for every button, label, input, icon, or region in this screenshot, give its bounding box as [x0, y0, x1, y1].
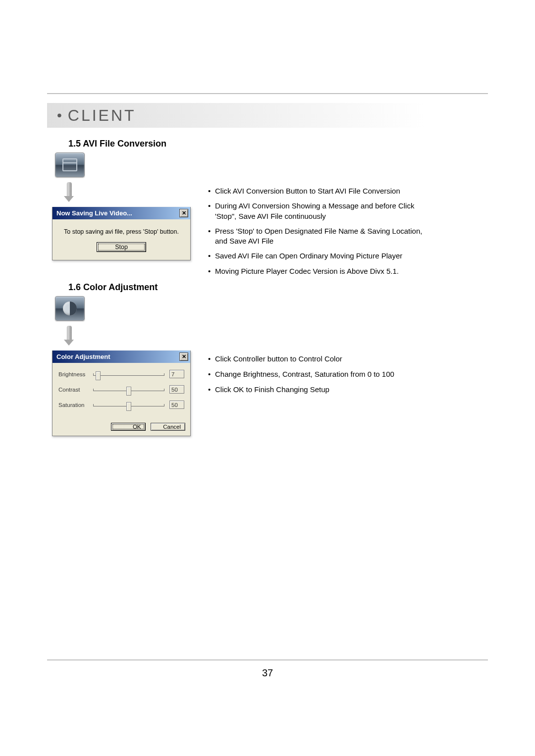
dialog-titlebar: Color Adjustment ✕: [53, 351, 190, 363]
list-item: •Moving Picture Player Codec Version is …: [208, 266, 436, 276]
dialog-title-text: Now Saving Live Video...: [56, 209, 132, 217]
dialog-title-text: Color Adjustment: [56, 353, 110, 360]
list-item: •During AVI Conversion Showing a Message…: [208, 201, 436, 221]
dialog-message: To stop saving avi file, press 'Stop' bu…: [58, 228, 184, 235]
color-controller-button[interactable]: [55, 296, 85, 321]
list-item: •Press 'Stop' to Open Designated File Na…: [208, 226, 436, 247]
dialog-footer: OK Cancel: [53, 419, 190, 436]
close-icon[interactable]: ✕: [179, 209, 188, 217]
saturation-value[interactable]: 50: [169, 401, 184, 409]
top-rule: [47, 93, 488, 94]
list-item: •Click Controller button to Control Colo…: [208, 353, 436, 364]
brightness-row: Brightness 7: [58, 370, 184, 378]
slider-thumb-icon[interactable]: [126, 402, 131, 411]
saturation-row: Saturation 50: [58, 401, 184, 409]
title-bullet: •: [57, 107, 63, 123]
brightness-value[interactable]: 7: [169, 370, 184, 378]
page-number: 37: [0, 667, 535, 679]
heading-avi-file-conversion: 1.5 AVI File Conversion: [68, 139, 166, 149]
ok-button[interactable]: OK: [111, 423, 146, 431]
contrast-icon: [63, 302, 77, 315]
cancel-button[interactable]: Cancel: [151, 423, 185, 431]
contrast-slider[interactable]: [93, 386, 164, 394]
brightness-label: Brightness: [58, 371, 93, 377]
contrast-value[interactable]: 50: [169, 385, 184, 394]
slider-thumb-icon[interactable]: [96, 371, 101, 380]
heading-color-adjustment: 1.6 Color Adjustment: [68, 282, 158, 293]
slider-thumb-icon[interactable]: [126, 387, 131, 396]
dialog-body: Brightness 7 Contrast 50 Saturation: [53, 363, 190, 419]
saturation-slider[interactable]: [93, 401, 164, 409]
page-title-banner: • CLIENT: [47, 103, 426, 128]
bottom-rule: [47, 659, 488, 660]
list-item: •Click AVI Conversion Button to Start AV…: [208, 186, 436, 196]
avi-conversion-button[interactable]: [55, 152, 85, 177]
figure-color-adjustment: Color Adjustment ✕ Brightness 7 Contrast…: [52, 296, 191, 436]
stop-button[interactable]: Stop: [97, 242, 146, 252]
close-icon[interactable]: ✕: [179, 353, 188, 361]
floppy-icon: [62, 158, 77, 171]
contrast-label: Contrast: [58, 387, 93, 393]
dialog-titlebar: Now Saving Live Video... ✕: [53, 207, 190, 219]
figure-avi-conversion: Now Saving Live Video... ✕ To stop savin…: [52, 152, 191, 260]
saturation-label: Saturation: [58, 402, 93, 408]
saving-live-video-dialog: Now Saving Live Video... ✕ To stop savin…: [52, 207, 191, 260]
contrast-row: Contrast 50: [58, 385, 184, 394]
color-adjustment-dialog: Color Adjustment ✕ Brightness 7 Contrast…: [52, 351, 191, 436]
list-item: •Saved AVI File can Open Ordinary Moving…: [208, 251, 436, 261]
brightness-slider[interactable]: [93, 370, 164, 378]
page-title: CLIENT: [68, 106, 136, 125]
list-item: •Click OK to Finish Changing Setup: [208, 384, 436, 395]
list-item: •Change Brightness, Contrast, Saturation…: [208, 369, 436, 379]
color-adjustment-bullets: •Click Controller button to Control Colo…: [208, 353, 436, 400]
dialog-body: To stop saving avi file, press 'Stop' bu…: [53, 219, 190, 260]
avi-conversion-bullets: •Click AVI Conversion Button to Start AV…: [208, 186, 436, 281]
